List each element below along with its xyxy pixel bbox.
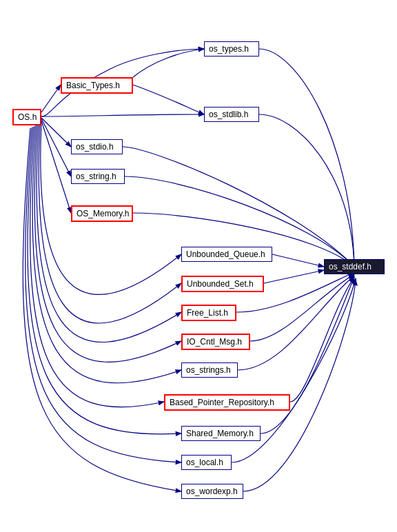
- node-unbounded-queue: Unbounded_Queue.h: [181, 247, 272, 262]
- node-os-wordexp: os_wordexp.h: [181, 484, 243, 499]
- node-free-list: Free_List.h: [181, 305, 236, 321]
- node-unbounded-set: Unbounded_Set.h: [181, 276, 264, 292]
- node-os-stdlib: os_stdlib.h: [204, 107, 259, 122]
- node-os-stdio: os_stdio.h: [71, 139, 123, 154]
- node-os-string: os_string.h: [71, 169, 125, 184]
- node-based-pointer: Based_Pointer_Repository.h: [164, 394, 290, 411]
- node-os-h: OS.h: [12, 109, 41, 125]
- node-io-cntl-msg: IO_Cntl_Msg.h: [181, 334, 250, 350]
- node-shared-memory: Shared_Memory.h: [181, 426, 261, 441]
- node-os-stddef: os_stddef.h: [324, 259, 385, 274]
- diagram-container: OS.h Basic_Types.h os_types.h os_stdlib.…: [0, 0, 397, 532]
- node-basic-types: Basic_Types.h: [61, 77, 133, 94]
- node-os-memory: OS_Memory.h: [71, 205, 133, 222]
- node-os-local: os_local.h: [181, 455, 232, 470]
- node-os-strings: os_strings.h: [181, 362, 238, 378]
- node-os-types: os_types.h: [204, 41, 259, 57]
